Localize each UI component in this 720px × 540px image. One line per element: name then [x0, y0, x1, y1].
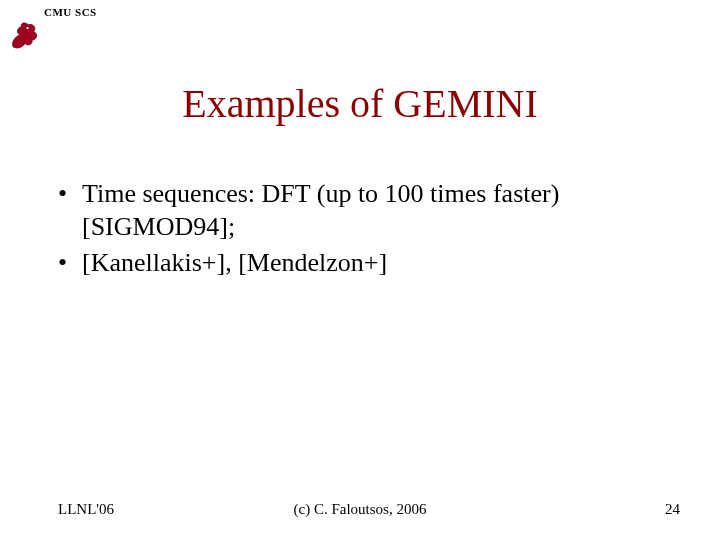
slide-number: 24	[665, 501, 680, 518]
bullet-text: Time sequences: DFT (up to 100 times fas…	[82, 178, 670, 243]
header: CMU SCS	[44, 6, 97, 18]
list-item: • [Kanellakis+], [Mendelzon+]	[58, 247, 670, 280]
list-item: • Time sequences: DFT (up to 100 times f…	[58, 178, 670, 243]
bullet-list: • Time sequences: DFT (up to 100 times f…	[58, 178, 670, 284]
svg-point-0	[26, 27, 28, 29]
bullet-dot-icon: •	[58, 178, 82, 243]
bullet-text: [Kanellakis+], [Mendelzon+]	[82, 247, 387, 280]
footer-center: (c) C. Faloutsos, 2006	[0, 501, 720, 518]
slide-title: Examples of GEMINI	[0, 80, 720, 127]
bullet-dot-icon: •	[58, 247, 82, 280]
org-label: CMU SCS	[44, 6, 97, 18]
cmu-dragon-logo	[8, 18, 42, 52]
